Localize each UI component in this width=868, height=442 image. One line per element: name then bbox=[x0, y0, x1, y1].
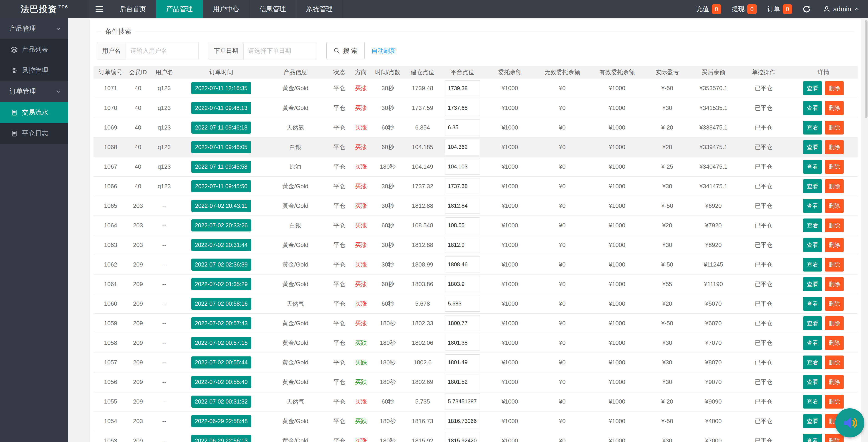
valid-entrust-cell: ¥1000 bbox=[588, 235, 646, 255]
delete-button[interactable]: 删除 bbox=[825, 140, 844, 154]
direction-cell: 买涨 bbox=[350, 314, 372, 333]
order-time-badge: 2022-07-02 20:43:11 bbox=[191, 200, 251, 212]
view-button[interactable]: 查看 bbox=[803, 81, 822, 95]
duration-cell: 180秒 bbox=[372, 333, 404, 353]
counter-1[interactable]: 充值0 bbox=[696, 4, 721, 14]
view-button[interactable]: 查看 bbox=[803, 375, 822, 389]
delete-button[interactable]: 删除 bbox=[825, 101, 844, 115]
view-button[interactable]: 查看 bbox=[803, 160, 822, 174]
platform-point-input[interactable] bbox=[445, 335, 480, 351]
delete-button[interactable]: 删除 bbox=[825, 355, 844, 370]
view-button[interactable]: 查看 bbox=[803, 101, 822, 115]
counter-3[interactable]: 订单0 bbox=[767, 4, 792, 14]
view-button[interactable]: 查看 bbox=[803, 355, 822, 370]
platform-point-input[interactable] bbox=[445, 237, 480, 253]
nav-item-2[interactable]: 产品管理 bbox=[156, 0, 203, 18]
order-date-input[interactable] bbox=[244, 42, 316, 59]
view-button[interactable]: 查看 bbox=[803, 434, 822, 442]
order-id-cell: 1063 bbox=[93, 235, 128, 255]
view-button[interactable]: 查看 bbox=[803, 199, 822, 213]
view-button[interactable]: 查看 bbox=[803, 277, 822, 291]
sidebar-item-交易流水[interactable]: 交易流水 bbox=[0, 102, 68, 123]
platform-point-input[interactable] bbox=[445, 139, 480, 155]
refresh-button[interactable] bbox=[802, 5, 811, 13]
delete-button[interactable]: 删除 bbox=[825, 121, 844, 135]
auto-refresh-link[interactable]: 自动刷新 bbox=[371, 47, 396, 55]
view-button[interactable]: 查看 bbox=[803, 238, 822, 252]
platform-point-input[interactable] bbox=[445, 217, 480, 233]
nav-item-4[interactable]: 信息管理 bbox=[250, 0, 296, 18]
delete-button[interactable]: 删除 bbox=[825, 395, 844, 409]
delete-button[interactable]: 删除 bbox=[825, 434, 844, 442]
chevron-down-icon bbox=[55, 88, 61, 95]
platform-point-input[interactable] bbox=[445, 100, 480, 116]
view-button[interactable]: 查看 bbox=[803, 297, 822, 311]
product-cell: 原油 bbox=[262, 157, 329, 176]
delete-button[interactable]: 删除 bbox=[825, 336, 844, 350]
duration-cell: 180秒 bbox=[372, 411, 404, 431]
delete-button[interactable]: 删除 bbox=[825, 238, 844, 252]
sidebar-group-2[interactable]: 订单管理 bbox=[0, 81, 68, 102]
nav-item-5[interactable]: 系统管理 bbox=[296, 0, 343, 18]
delete-button[interactable]: 删除 bbox=[825, 316, 844, 330]
platform-point-input[interactable] bbox=[445, 315, 480, 331]
search-legend: 条件搜索 bbox=[101, 27, 135, 36]
view-button[interactable]: 查看 bbox=[803, 179, 822, 193]
platform-point-input[interactable] bbox=[445, 257, 480, 272]
platform-point-input[interactable] bbox=[445, 393, 480, 409]
delete-button[interactable]: 删除 bbox=[825, 160, 844, 174]
sidebar-item-平仓日志[interactable]: 平仓日志 bbox=[0, 123, 68, 144]
scrollbar-thumb[interactable] bbox=[865, 20, 868, 118]
sidebar-item-风控管理[interactable]: 风控管理 bbox=[0, 60, 68, 81]
platform-point-input[interactable] bbox=[445, 119, 480, 136]
delete-button[interactable]: 删除 bbox=[825, 277, 844, 291]
direction-label: 买跌 bbox=[355, 340, 367, 346]
platform-point-input[interactable] bbox=[445, 354, 480, 370]
sound-toggle-button[interactable] bbox=[835, 408, 864, 437]
username-cell: -- bbox=[148, 314, 180, 333]
platform-point-input[interactable] bbox=[445, 198, 480, 214]
user-menu[interactable]: admin bbox=[823, 5, 860, 13]
view-button[interactable]: 查看 bbox=[803, 258, 822, 271]
nav-item-1[interactable]: 后台首页 bbox=[110, 0, 156, 18]
direction-label: 买涨 bbox=[355, 241, 367, 248]
view-button[interactable]: 查看 bbox=[803, 316, 822, 330]
search-button[interactable]: 搜 索 bbox=[327, 42, 365, 59]
platform-point-input[interactable] bbox=[445, 80, 480, 96]
nav-item-3[interactable]: 用户中心 bbox=[203, 0, 250, 18]
actions-cell: 查看删除 bbox=[789, 294, 858, 314]
delete-button[interactable]: 删除 bbox=[825, 375, 844, 389]
platform-point-input[interactable] bbox=[445, 178, 480, 194]
view-button[interactable]: 查看 bbox=[803, 140, 822, 154]
view-button[interactable]: 查看 bbox=[803, 121, 822, 135]
counter-2[interactable]: 提现0 bbox=[732, 4, 757, 14]
platform-point-input[interactable] bbox=[445, 374, 480, 390]
product-cell: 天然气 bbox=[262, 294, 329, 314]
delete-button[interactable]: 删除 bbox=[825, 81, 844, 95]
sidebar-item-产品列表[interactable]: 产品列表 bbox=[0, 39, 68, 60]
direction-cell: 买涨 bbox=[350, 176, 372, 196]
platform-point-input[interactable] bbox=[445, 296, 480, 312]
view-button[interactable]: 查看 bbox=[803, 218, 822, 232]
delete-button[interactable]: 删除 bbox=[825, 199, 844, 213]
platform-point-input[interactable] bbox=[445, 276, 480, 292]
delete-button[interactable]: 删除 bbox=[825, 297, 844, 311]
username-input[interactable] bbox=[126, 42, 198, 59]
direction-label: 买跌 bbox=[355, 359, 367, 366]
delete-button[interactable]: 删除 bbox=[825, 258, 844, 271]
table-row: 1064203--2022-07-02 20:33:26白銀平仓买涨60秒108… bbox=[93, 215, 858, 235]
view-button[interactable]: 查看 bbox=[803, 336, 822, 350]
view-button[interactable]: 查看 bbox=[803, 414, 822, 428]
sidebar-group-1[interactable]: 产品管理 bbox=[0, 18, 68, 39]
valid-entrust-cell: ¥1000 bbox=[588, 411, 646, 431]
vertical-scrollbar[interactable] bbox=[864, 18, 868, 442]
delete-button[interactable]: 删除 bbox=[825, 179, 844, 193]
platform-point-input[interactable] bbox=[445, 433, 480, 442]
duration-cell: 180秒 bbox=[372, 431, 404, 442]
delete-button[interactable]: 删除 bbox=[825, 218, 844, 232]
menu-toggle-icon[interactable] bbox=[89, 0, 110, 18]
invalid-entrust-cell: ¥0 bbox=[536, 411, 589, 431]
platform-point-input[interactable] bbox=[445, 159, 480, 175]
view-button[interactable]: 查看 bbox=[803, 395, 822, 409]
platform-point-input[interactable] bbox=[445, 413, 480, 429]
